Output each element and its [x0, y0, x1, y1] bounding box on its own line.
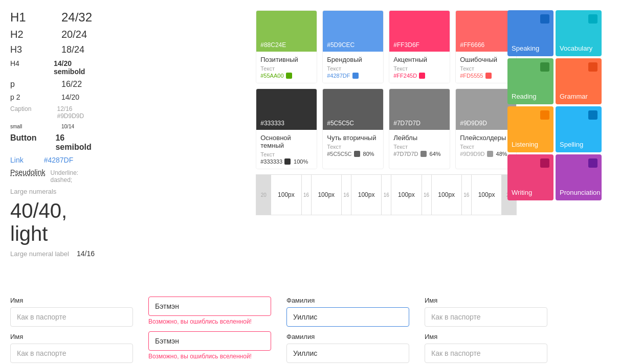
- skill-dot-vocabulary: [588, 14, 597, 24]
- field-input-name-5[interactable]: [425, 344, 547, 363]
- color-name-accent: Акцентный: [393, 56, 446, 63]
- skill-tile-listening[interactable]: Listening: [507, 106, 553, 152]
- field-group-name-1: Имя: [10, 297, 133, 327]
- color-text-hex-labels: #7D7D7D: [393, 151, 418, 157]
- skill-label-reading: Reading: [512, 93, 536, 100]
- field-label-surname-1: Фамилия: [286, 297, 409, 304]
- color-text-label-brand: Текст: [327, 65, 379, 72]
- color-card-secondary: #5C5C5C Чуть вторичный Текст #5C5C5C 80%: [322, 88, 384, 169]
- skill-tile-spelling[interactable]: Spelling: [556, 106, 602, 152]
- skill-label-writing: Writing: [512, 189, 532, 196]
- skill-label-speaking: Speaking: [512, 44, 539, 52]
- type-row-h4: H4 14/20 semibold: [10, 59, 97, 76]
- field-label-surname-2: Фамилия: [286, 333, 409, 340]
- skill-tile-pronunciation[interactable]: Pronunciation: [556, 154, 602, 200]
- spacing-bar-left: 20: [256, 175, 271, 215]
- skill-tile-speaking[interactable]: Speaking: [507, 10, 553, 56]
- color-percent-labels: 64%: [430, 151, 441, 157]
- color-text-label-secondary: Текст: [327, 144, 379, 150]
- field-label-name-4: Имя: [425, 297, 547, 304]
- skill-tile-grammar[interactable]: Grammar: [556, 58, 602, 104]
- color-name-secondary: Чуть вторичный: [327, 134, 379, 142]
- color-dot-brand: [352, 73, 359, 79]
- color-info-secondary: Чуть вторичный Текст #5C5C5C 80%: [323, 130, 383, 161]
- color-info-labels: Лейблы Текст #7D7D7D 64%: [389, 130, 450, 161]
- color-name-brand: Брендовый: [327, 56, 379, 63]
- type-row-p2: p 2 14/20: [10, 93, 97, 101]
- type-label-h3: H3: [10, 44, 61, 55]
- type-value-h4: 14/20 semibold: [54, 59, 97, 76]
- spacing-gap-5: 16: [462, 175, 471, 215]
- field-group-batman-2: Возможно, вы ошиблись вселенной!: [148, 331, 271, 360]
- type-value-caption: 12/16 #9D9D9D: [57, 105, 98, 120]
- color-dot-placeholders: [487, 151, 493, 157]
- type-row-h1: H1 24/32: [10, 10, 97, 25]
- color-text-value-secondary: #5C5C5C 80%: [327, 151, 379, 157]
- skill-dot-grammar: [588, 62, 597, 72]
- color-text-label-dark: Текст: [260, 151, 313, 157]
- color-swatch-labels: #7D7D7D: [389, 89, 450, 130]
- color-text-value-dark: #333333 100%: [260, 158, 313, 165]
- large-numeral-label-value: 14/16: [77, 249, 95, 258]
- color-card-labels: #7D7D7D Лейблы Текст #7D7D7D 64%: [389, 88, 450, 169]
- color-text-value-error: #FD5555: [460, 73, 512, 79]
- field-input-name-4[interactable]: [425, 307, 547, 327]
- type-label-caption: Caption: [10, 105, 57, 112]
- field-input-batman-2[interactable]: [148, 331, 271, 351]
- type-label-h1: H1: [10, 10, 61, 25]
- skill-label-grammar: Grammar: [560, 93, 588, 100]
- type-label-small: small: [10, 124, 61, 129]
- color-hex-labels: #7D7D7D: [393, 120, 420, 127]
- type-row-pseudolink: Pseudolink Underline: dashed;: [10, 168, 97, 184]
- field-input-batman-1[interactable]: [148, 297, 271, 316]
- color-name-placeholders: Плейсхолдеры: [460, 134, 512, 142]
- color-dot-labels: [420, 151, 427, 157]
- field-input-surname-1[interactable]: [286, 307, 409, 327]
- color-card-dark: #333333 Основной темный Текст #333333 10…: [256, 88, 317, 169]
- type-row-small: small 10/14: [10, 124, 97, 129]
- color-hex-positive: #88C24E: [260, 41, 286, 49]
- field-group-surname-2: Фамилия: [286, 333, 409, 363]
- color-swatch-accent: #FF3D6F: [389, 11, 450, 52]
- typography-section: H1 24/32 H2 20/24 H3 18/24 H4 14/20 semi…: [10, 10, 107, 266]
- type-value-button: 16 semibold: [55, 133, 97, 152]
- color-hex-dark: #333333: [260, 120, 284, 127]
- color-percent-placeholders: 48%: [496, 151, 507, 157]
- type-row-p: p 16/22: [10, 80, 97, 89]
- skill-tile-reading[interactable]: Reading: [507, 58, 553, 104]
- color-info-dark: Основной темный Текст #333333 100%: [256, 130, 317, 169]
- color-text-value-labels: #7D7D7D 64%: [393, 151, 446, 157]
- field-input-surname-2[interactable]: [286, 344, 409, 363]
- type-row-caption: Caption 12/16 #9D9D9D: [10, 105, 97, 120]
- color-text-hex-secondary: #5C5C5C: [327, 151, 351, 157]
- form-column-2: Возможно, вы ошиблись вселенной! Возможн…: [148, 297, 271, 364]
- color-info-accent: Акцентный Текст #FF245D: [389, 52, 450, 83]
- skill-tile-vocabulary[interactable]: Vocabulary: [556, 10, 602, 56]
- color-swatch-dark: #333333: [256, 89, 317, 130]
- type-pseudolink-example[interactable]: Pseudolink: [10, 168, 46, 176]
- spacing-gap-1: 16: [302, 175, 311, 215]
- type-value-h1: 24/32: [61, 10, 92, 25]
- skills-panel: Speaking Vocabulary Reading Grammar: [507, 10, 610, 200]
- skill-dot-spelling: [588, 110, 597, 120]
- color-swatch-brand: #5D9CEC: [323, 11, 383, 52]
- color-text-hex-error: #FD5555: [460, 73, 483, 79]
- color-text-label-placeholders: Текст: [460, 144, 512, 150]
- type-label-button: Button: [10, 133, 55, 143]
- field-group-name-5: Имя: [425, 333, 547, 363]
- field-input-name-1[interactable]: [10, 307, 133, 327]
- type-value-p: 16/22: [61, 80, 82, 89]
- spacing-box-1: 100px: [271, 175, 301, 215]
- color-card-positive: #88C24E Позитивный Текст #55AA00: [256, 10, 317, 83]
- skill-dot-pronunciation: [588, 158, 597, 168]
- field-group-name-4: Имя: [425, 297, 547, 327]
- skill-tile-writing[interactable]: Writing: [507, 154, 553, 200]
- color-text-label-positive: Текст: [260, 65, 313, 72]
- type-link-example[interactable]: Link: [10, 156, 24, 164]
- color-dot-dark: [284, 158, 291, 165]
- color-card-accent: #FF3D6F Акцентный Текст #FF245D: [389, 10, 450, 83]
- field-input-name-2[interactable]: [10, 344, 133, 363]
- type-value-h3: 18/24: [61, 44, 84, 55]
- spacing-ruler: 20 100px 16 100px 16 100px 16 100px 16 1…: [256, 174, 517, 215]
- color-hex-accent: #FF3D6F: [393, 41, 419, 49]
